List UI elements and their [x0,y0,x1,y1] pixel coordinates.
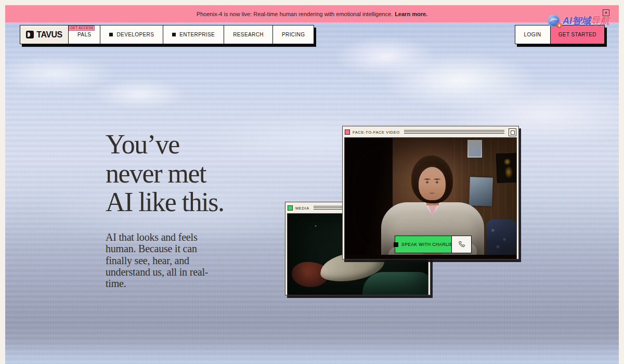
video-window-title: FACE-TO-FACE VIDEO [353,130,400,135]
brand-name: TAVUS [36,30,62,40]
call-button[interactable] [452,236,472,253]
banner-message: Phoenix-4 is now live: Real-time human r… [197,11,393,17]
video-window: FACE-TO-FACE VIDEO SPEAK WITH CHARLIE [342,126,519,259]
nav-item-label: ENTERPRISE [179,32,215,37]
phone-icon [458,240,466,249]
banner-close-icon[interactable]: ✕ [603,9,609,16]
nav-item-pals[interactable]: GET ACCESS PALS [69,25,100,44]
hero-title-line: You’ve [106,130,224,159]
nav-item-label: RESEARCH [233,32,264,37]
green-square-icon [288,205,293,211]
call-controls: SPEAK WITH CHARLIE [395,236,472,253]
hero-subtitle: AI that looks and feels human. Because i… [106,231,224,290]
speak-button-label: SPEAK WITH CHARLIE [401,242,453,247]
restore-window-icon[interactable] [509,128,516,136]
speak-with-charlie-button[interactable]: SPEAK WITH CHARLIE [395,236,452,253]
titlebar-grip-lines [404,130,504,135]
nav-item-research[interactable]: RESEARCH [224,25,273,44]
tavus-logo-icon [26,31,34,38]
pink-square-icon [345,129,350,135]
hero-section: You’ve never met AI like this. AI that l… [106,130,224,290]
nav-item-developers[interactable]: DEVELOPERS [100,25,163,44]
square-bullet-icon [172,33,176,36]
hero-title: You’ve never met AI like this. [106,130,224,217]
media-window-title: MEDIA [295,206,309,211]
login-button[interactable]: LOGIN [515,25,550,44]
pixel-sky-background [5,22,619,364]
video-window-titlebar[interactable]: FACE-TO-FACE VIDEO [344,128,517,137]
navbar-actions: LOGIN GET STARTED [515,25,605,44]
square-bullet-icon [109,33,113,36]
main-navbar: TAVUS GET ACCESS PALS DEVELOPERS ENTERPR… [20,25,314,44]
record-square-icon [394,242,398,247]
get-started-button[interactable]: GET STARTED [550,25,604,44]
get-access-badge: GET ACCESS [69,25,95,31]
announcement-banner: Phoenix-4 is now live: Real-time human r… [5,5,619,22]
hero-title-line: never met [106,159,224,188]
hero-title-line: AI like this. [106,188,224,217]
nav-item-label: DEVELOPERS [116,32,154,37]
nav-item-enterprise[interactable]: ENTERPRISE [163,25,224,44]
banner-learn-more-link[interactable]: Learn more. [395,11,427,17]
nav-item-label: PRICING [282,32,305,37]
tavus-logo[interactable]: TAVUS [20,25,69,44]
nav-item-label: PALS [77,32,91,37]
nav-item-pricing[interactable]: PRICING [273,25,314,44]
